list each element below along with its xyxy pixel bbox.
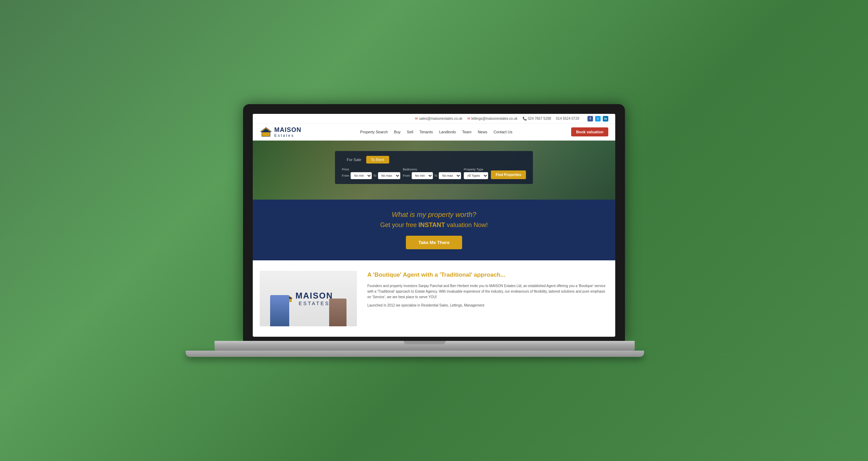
about-text2: Launched in 2012 we specialise in Reside… <box>367 303 608 308</box>
bedrooms-from-select[interactable]: No min <box>411 172 433 179</box>
price-label: Price <box>342 168 400 171</box>
logo-house-icon <box>260 127 272 137</box>
nav-buy[interactable]: Buy <box>394 130 401 134</box>
topbar-email2: ✉ lettings@maisonestates.co.uk <box>467 117 518 120</box>
valuation-subtitle-post: valuation Now! <box>445 221 488 228</box>
about-img-logo: MAISON ESTATES <box>284 291 333 306</box>
about-heading: A 'Boutique' Agent with a 'Traditional' … <box>367 271 608 279</box>
topbar-email1: ✉ sales@maisonestates.co.uk <box>415 117 462 120</box>
about-text1: Founders and property investors Sanjay P… <box>367 283 608 300</box>
linkedin-icon[interactable]: in <box>603 116 608 121</box>
bedrooms-group: Bedrooms From No min To No max <box>403 168 461 179</box>
about-section: MAISON ESTATES A 'Boutique' Agent with a… <box>253 260 615 337</box>
about-person-right <box>329 299 347 326</box>
tab-to-rent[interactable]: To Rent <box>366 156 389 164</box>
bedrooms-sub-row: From No min To No max <box>403 172 461 179</box>
take-me-there-button[interactable]: Take Me There <box>406 236 462 249</box>
nav-team[interactable]: Team <box>462 130 471 134</box>
laptop-bezel: ✉ sales@maisonestates.co.uk ✉ lettings@m… <box>243 104 625 341</box>
nav-tenants[interactable]: Tenants <box>419 130 433 134</box>
facebook-icon[interactable]: f <box>587 116 593 121</box>
valuation-subtitle: Get your free INSTANT valuation Now! <box>260 221 608 229</box>
property-type-select[interactable]: All Types <box>464 172 488 179</box>
price-to-label: To <box>373 174 377 177</box>
twitter-icon[interactable]: t <box>595 116 601 121</box>
about-logo-text: MAISON <box>295 291 333 301</box>
logo-maison: MAISON <box>274 127 301 134</box>
valuation-title: What is my property worth? <box>260 211 608 219</box>
laptop-bottom <box>215 341 635 351</box>
search-row: Price From No min To No max <box>342 168 526 179</box>
price-from-label: From <box>342 174 349 177</box>
search-tabs: For Sale To Rent <box>342 156 526 164</box>
laptop-screen: ✉ sales@maisonestates.co.uk ✉ lettings@m… <box>253 114 615 337</box>
property-type-group: Property Type All Types <box>464 168 488 179</box>
hero-section: For Sale To Rent Price From No min To <box>253 141 615 200</box>
about-content: A 'Boutique' Agent with a 'Traditional' … <box>367 271 608 311</box>
bedrooms-to-label: To <box>434 174 437 177</box>
nav-contact[interactable]: Contact Us <box>493 130 512 134</box>
hero-search-box: For Sale To Rent Price From No min To <box>335 151 533 184</box>
valuation-subtitle-bold: INSTANT <box>418 221 445 228</box>
nav-sell[interactable]: Sell <box>407 130 413 134</box>
find-properties-button[interactable]: Find Properties <box>491 170 526 179</box>
book-valuation-button[interactable]: Book valuation <box>571 127 608 136</box>
tab-for-sale[interactable]: For Sale <box>342 156 366 164</box>
about-image: MAISON ESTATES <box>260 271 357 326</box>
social-icons: f t in <box>587 116 608 121</box>
nav-landlords[interactable]: Landlords <box>439 130 456 134</box>
bedrooms-to-select[interactable]: No max <box>439 172 461 179</box>
about-person-left <box>270 295 289 326</box>
logo-text-block: MAISON Estates <box>274 127 301 138</box>
email-icon: ✉ <box>415 117 418 120</box>
logo-estates: Estates <box>274 133 301 137</box>
laptop-base <box>186 351 644 357</box>
price-to-select[interactable]: No max <box>378 172 400 179</box>
topbar-phone1: 📞 024 7667 5288 <box>523 117 551 120</box>
bedrooms-from-label: From <box>403 174 410 177</box>
nav-news[interactable]: News <box>478 130 487 134</box>
price-from-select[interactable]: No min <box>351 172 372 179</box>
property-type-label: Property Type <box>464 168 488 171</box>
site-logo: MAISON Estates <box>260 127 301 138</box>
topbar-phone2: 014 5524 0729 <box>556 117 579 120</box>
email2-icon: ✉ <box>467 117 470 120</box>
laptop-notch <box>404 341 445 344</box>
nav-property-search[interactable]: Property Search <box>360 130 387 134</box>
nav-links: Property Search Buy Sell Tenants Landlor… <box>360 130 512 134</box>
bedrooms-label: Bedrooms <box>403 168 461 171</box>
site-topbar: ✉ sales@maisonestates.co.uk ✉ lettings@m… <box>253 114 615 124</box>
topbar-contact: ✉ sales@maisonestates.co.uk ✉ lettings@m… <box>415 116 608 121</box>
site-navbar: MAISON Estates Property Search Buy Sell … <box>253 124 615 141</box>
phone-icon: 📞 <box>523 117 527 120</box>
property-type-sub-row: All Types <box>464 172 488 179</box>
valuation-subtitle-pre: Get your free <box>380 221 418 228</box>
price-group: Price From No min To No max <box>342 168 400 179</box>
valuation-section: What is my property worth? Get your free… <box>253 200 615 260</box>
price-sub-row: From No min To No max <box>342 172 400 179</box>
about-logo-sub: ESTATES <box>295 301 333 306</box>
